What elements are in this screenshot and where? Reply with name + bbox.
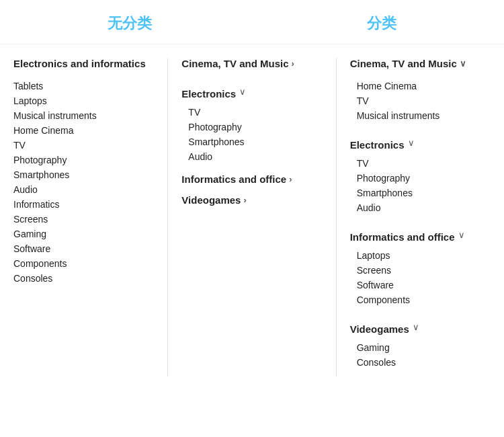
- list-item[interactable]: Smartphones: [350, 186, 491, 200]
- col1-heading: Electronics and informatics: [13, 58, 154, 69]
- list-item[interactable]: TV: [350, 156, 491, 171]
- list-item[interactable]: Components: [350, 292, 491, 307]
- list-item[interactable]: Audio: [350, 200, 491, 215]
- col2-heading-row: Cinema, TV and Music ›: [181, 58, 322, 69]
- list-item[interactable]: Musical instruments: [13, 108, 154, 123]
- col3-top-list: Home Cinema TV Musical instruments: [350, 79, 491, 123]
- list-item[interactable]: Screens: [350, 263, 491, 278]
- col2-informatics-label[interactable]: Informatics and office: [181, 173, 286, 185]
- col2-electronics-chevron: ∨: [239, 87, 246, 97]
- list-item[interactable]: TV: [13, 138, 154, 153]
- list-item[interactable]: Musical instruments: [350, 108, 491, 123]
- list-item[interactable]: Smartphones: [181, 134, 322, 149]
- col2-videogames-arrow: ›: [243, 195, 246, 205]
- list-item[interactable]: TV: [181, 105, 322, 120]
- col1-item-list: TabletsLaptopsMusical instrumentsHome Ci…: [13, 79, 154, 286]
- col3-chevron-icon: ∨: [460, 58, 466, 69]
- col2-informatics-section: Informatics and office ›: [181, 173, 322, 185]
- list-item[interactable]: Smartphones: [13, 167, 154, 182]
- list-item[interactable]: Home Cinema: [350, 79, 491, 93]
- col2-informatics-arrow: ›: [289, 174, 292, 184]
- col2-electronics-list: TV Photography Smartphones Audio: [181, 105, 322, 164]
- list-item[interactable]: Software: [13, 241, 154, 256]
- list-item[interactable]: TV: [350, 93, 491, 108]
- header-right-title: 分类: [367, 13, 396, 34]
- col2-electronics-label[interactable]: Electronics: [181, 88, 236, 100]
- col3-expanded: Cinema, TV and Music ∨ Home Cinema TV Mu…: [337, 58, 504, 376]
- col3-videogames-list: Gaming Consoles: [350, 340, 491, 370]
- list-item[interactable]: Audio: [13, 182, 154, 197]
- list-item[interactable]: Photography: [181, 120, 322, 134]
- header-left-title: 无分类: [108, 13, 152, 34]
- col3-videogames-chevron: ∨: [413, 322, 419, 332]
- col3-electronics-chevron: ∨: [408, 138, 415, 148]
- col2-cinema: Cinema, TV and Music › Electronics ∨ TV …: [168, 58, 336, 376]
- col2-videogames-label[interactable]: Videogames: [181, 194, 241, 206]
- col2-electronics-section: Electronics ∨: [181, 79, 322, 105]
- col3-videogames-section: Videogames ∨: [350, 314, 491, 340]
- col2-arrow-icon: ›: [292, 58, 294, 69]
- col3-informatics-list: Laptops Screens Software Components: [350, 248, 491, 307]
- list-item[interactable]: Consoles: [350, 355, 491, 370]
- col3-videogames-label[interactable]: Videogames: [350, 323, 409, 335]
- list-item[interactable]: Screens: [13, 212, 154, 227]
- list-item[interactable]: Photography: [13, 153, 154, 167]
- col3-informatics-chevron: ∨: [458, 230, 465, 240]
- list-item[interactable]: Consoles: [13, 271, 154, 286]
- list-item[interactable]: Informatics: [13, 197, 154, 212]
- list-item[interactable]: Laptops: [350, 248, 491, 263]
- list-item[interactable]: Audio: [181, 149, 322, 164]
- col2-videogames-section: Videogames ›: [181, 194, 322, 206]
- col3-electronics-section: Electronics ∨: [350, 130, 491, 156]
- col3-informatics-section: Informatics and office ∨: [350, 222, 491, 248]
- list-item[interactable]: Gaming: [13, 227, 154, 241]
- list-item[interactable]: Components: [13, 256, 154, 271]
- col1-uncategorized: Electronics and informatics TabletsLapto…: [0, 58, 168, 376]
- col2-heading-label[interactable]: Cinema, TV and Music: [181, 58, 288, 69]
- list-item[interactable]: Gaming: [350, 340, 491, 355]
- col3-heading-label[interactable]: Cinema, TV and Music: [350, 58, 457, 69]
- list-item[interactable]: Home Cinema: [13, 123, 154, 138]
- col3-heading-row: Cinema, TV and Music ∨: [350, 58, 491, 69]
- col3-electronics-label[interactable]: Electronics: [350, 139, 405, 151]
- list-item[interactable]: Tablets: [13, 79, 154, 93]
- list-item[interactable]: Photography: [350, 171, 491, 186]
- list-item[interactable]: Laptops: [13, 93, 154, 108]
- list-item[interactable]: Software: [350, 278, 491, 292]
- col3-electronics-list: TV Photography Smartphones Audio: [350, 156, 491, 215]
- col3-informatics-label[interactable]: Informatics and office: [350, 231, 455, 243]
